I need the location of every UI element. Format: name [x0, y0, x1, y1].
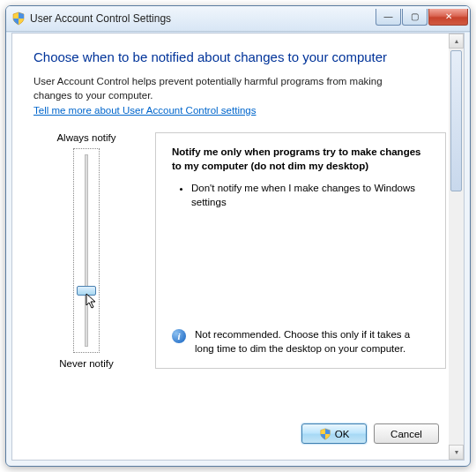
page-description: User Account Control helps prevent poten…	[33, 75, 421, 102]
warning-row: i Not recommended. Choose this only if i…	[172, 328, 429, 356]
scrollbar[interactable]: ▴ ▾	[449, 34, 464, 460]
dialog-window: User Account Control Settings — ▢ ✕ ▴ ▾ …	[5, 5, 471, 467]
window-title: User Account Control Settings	[30, 12, 376, 25]
cancel-label: Cancel	[390, 429, 422, 439]
help-link[interactable]: Tell me more about User Account Control …	[33, 105, 256, 116]
info-icon: i	[172, 329, 186, 343]
window-controls: — ▢ ✕	[376, 9, 468, 26]
cancel-button[interactable]: Cancel	[374, 423, 439, 444]
titlebar[interactable]: User Account Control Settings — ▢ ✕	[6, 6, 470, 32]
client-area: ▴ ▾ Choose when to be notified about cha…	[11, 33, 465, 461]
warning-text: Not recommended. Choose this only if it …	[195, 328, 429, 356]
scroll-down-button[interactable]: ▾	[449, 445, 464, 460]
detail-list: Don't notify me when I make changes to W…	[172, 182, 429, 214]
slider-label-top: Always notify	[33, 132, 139, 143]
detail-panel: Notify me only when programs try to make…	[155, 132, 446, 369]
minimize-button[interactable]: —	[376, 9, 401, 26]
button-row: OK Cancel	[301, 423, 439, 444]
detail-bullet: Don't notify me when I make changes to W…	[191, 182, 429, 209]
shield-icon	[11, 11, 26, 26]
close-button[interactable]: ✕	[428, 9, 468, 26]
shield-icon	[319, 428, 331, 440]
ok-button[interactable]: OK	[301, 423, 367, 444]
slider-thumb[interactable]	[77, 286, 96, 296]
slider-track[interactable]	[73, 148, 100, 353]
ok-label: OK	[335, 429, 350, 439]
slider-label-bottom: Never notify	[33, 358, 139, 369]
maximize-button[interactable]: ▢	[402, 9, 428, 26]
slider-column: Always notify Never notify	[33, 132, 139, 369]
scroll-up-button[interactable]: ▴	[449, 34, 464, 49]
scroll-thumb[interactable]	[450, 50, 462, 191]
slider-groove	[85, 154, 88, 347]
detail-title: Notify me only when programs try to make…	[172, 146, 429, 173]
page-heading: Choose when to be notified about changes…	[33, 49, 446, 64]
main-content: Always notify Never notify Notify me onl…	[33, 132, 446, 369]
